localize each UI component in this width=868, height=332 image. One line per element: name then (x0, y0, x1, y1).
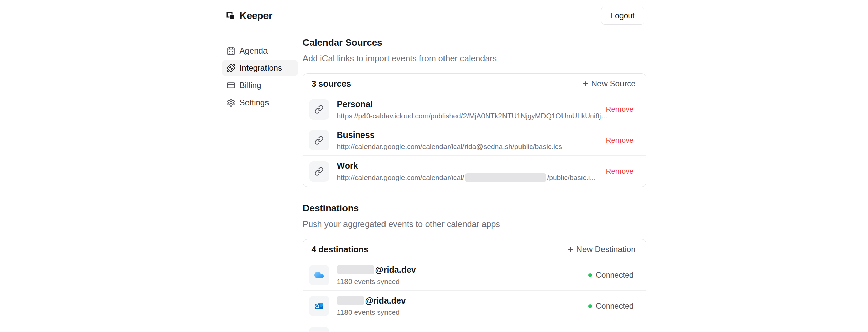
destination-icon-box (309, 265, 329, 285)
source-icon-box (309, 99, 329, 120)
main-layout: Agenda Integrations Billing Settings (222, 37, 646, 332)
plus-icon: + (568, 245, 573, 253)
sidebar-item-settings[interactable]: Settings (222, 95, 298, 110)
destination-row-partial: fastmail@rida.dev (303, 321, 646, 332)
sources-count: 3 sources (312, 79, 351, 89)
status-label: Connected (596, 302, 633, 311)
new-destination-label: New Destination (576, 245, 636, 254)
app-name: Keeper (240, 10, 273, 21)
section-destinations: Destinations Push your aggregated events… (303, 203, 646, 332)
source-url-prefix: http://calendar.google.com/calendar/ical… (337, 173, 465, 182)
outlook-icon (314, 300, 324, 311)
remove-source-link[interactable]: Remove (599, 167, 634, 176)
sidebar-item-agenda[interactable]: Agenda (222, 43, 298, 59)
status-dot-icon (588, 304, 592, 308)
sidebar-item-integrations[interactable]: Integrations (222, 60, 298, 76)
new-source-button[interactable]: + New Source (583, 79, 635, 88)
credit-card-icon (226, 81, 235, 90)
sidebar: Agenda Integrations Billing Settings (222, 37, 298, 332)
gear-icon (226, 98, 235, 107)
puzzle-icon (226, 64, 235, 72)
destination-synced: 1180 events synced (337, 308, 406, 316)
calendar-icon (226, 46, 235, 55)
section-subtitle: Add iCal links to import events from oth… (303, 54, 646, 63)
source-icon-box (309, 161, 329, 182)
remove-source-link[interactable]: Remove (599, 136, 634, 145)
page-title: Calendar Sources (303, 37, 646, 48)
sidebar-item-label: Agenda (240, 46, 268, 56)
remove-source-link[interactable]: Remove (599, 105, 634, 114)
redacted-url-segment (465, 173, 546, 182)
destinations-subtitle: Push your aggregated events to other cal… (303, 219, 646, 229)
status-badge: Connected (588, 302, 633, 311)
redacted-email-local (337, 296, 364, 305)
destination-account: @rida.dev (337, 296, 406, 306)
source-info: Personal https://p40-caldav.icloud.com/p… (337, 99, 599, 120)
link-icon (314, 136, 324, 145)
new-source-label: New Source (591, 79, 636, 88)
destination-synced: 1180 events synced (337, 277, 416, 286)
sidebar-item-label: Integrations (240, 63, 282, 73)
destination-row-icloud: @rida.dev 1180 events synced Connected (303, 260, 646, 291)
destinations-card: 4 destinations + New Destination (303, 239, 646, 332)
redacted-email-local (337, 265, 374, 274)
destination-icon-box (309, 327, 329, 332)
plus-icon: + (583, 80, 588, 88)
source-row-personal: Personal https://p40-caldav.icloud.com/p… (303, 94, 646, 125)
sources-card: 3 sources + New Source (303, 73, 646, 187)
app-container: Keeper Logout Agenda Integrations (222, 0, 646, 332)
source-name: Work (337, 161, 596, 171)
destinations-title: Destinations (303, 203, 646, 214)
new-destination-button[interactable]: + New Destination (568, 245, 635, 254)
source-url: http://calendar.google.com/calendar/ical… (337, 173, 596, 182)
source-row-work: Work http://calendar.google.com/calendar… (303, 156, 646, 187)
source-url: http://calendar.google.com/calendar/ical… (337, 143, 563, 151)
sources-card-header: 3 sources + New Source (303, 74, 646, 94)
link-icon (314, 105, 324, 114)
icloud-cloud-icon (313, 271, 325, 279)
source-info: Business http://calendar.google.com/cale… (337, 130, 563, 151)
source-name: Business (337, 130, 563, 140)
source-name: Personal (337, 99, 599, 109)
destination-icon-box (309, 296, 329, 316)
top-bar: Keeper Logout (222, 0, 646, 25)
app-logo: Keeper (226, 10, 273, 21)
logout-button[interactable]: Logout (601, 7, 644, 25)
sidebar-item-label: Billing (240, 81, 261, 90)
destination-info: @rida.dev 1180 events synced (337, 296, 406, 316)
destinations-count: 4 destinations (312, 245, 369, 254)
email-domain: @rida.dev (365, 296, 406, 306)
destinations-card-header: 4 destinations + New Destination (303, 239, 646, 260)
section-calendar-sources: Calendar Sources Add iCal links to impor… (303, 37, 646, 187)
destination-info: @rida.dev 1180 events synced (337, 265, 416, 286)
content: Calendar Sources Add iCal links to impor… (303, 37, 646, 332)
keeper-logo-icon (226, 11, 235, 20)
source-info: Work http://calendar.google.com/calendar… (337, 161, 596, 182)
source-url-suffix: /public/basic.i... (547, 173, 596, 182)
destination-account: @rida.dev (337, 265, 416, 275)
link-icon (314, 167, 324, 176)
status-dot-icon (588, 273, 592, 277)
sidebar-item-label: Settings (240, 98, 269, 107)
email-domain: @rida.dev (375, 265, 416, 275)
destination-row-outlook: @rida.dev 1180 events synced Connected (303, 291, 646, 321)
status-label: Connected (596, 271, 633, 280)
status-badge: Connected (588, 271, 633, 280)
source-row-business: Business http://calendar.google.com/cale… (303, 125, 646, 156)
source-url: https://p40-caldav.icloud.com/published/… (337, 112, 599, 120)
sidebar-item-billing[interactable]: Billing (222, 77, 298, 93)
source-icon-box (309, 130, 329, 150)
